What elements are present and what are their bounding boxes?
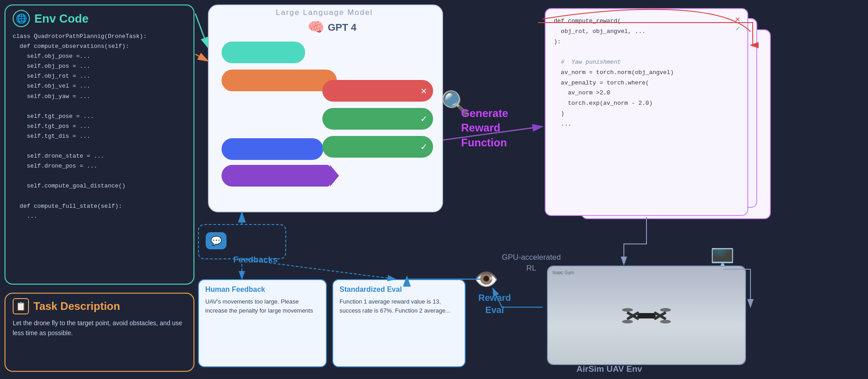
human-feedback-title: Human Feedback: [205, 285, 320, 294]
center-panel: ✕ ✓ ✓: [208, 5, 443, 212]
airsim-label: AirSim UAV Env: [576, 364, 642, 374]
red-cross-icon: ✕: [421, 85, 427, 97]
pill-spacer: [222, 138, 337, 160]
svg-rect-0: [637, 313, 656, 318]
std-eval-box: Standardized Eval Function 1 average rew…: [332, 279, 466, 367]
pill-green1: ✓: [322, 108, 433, 130]
pill-purple-container: [222, 165, 330, 187]
std-eval-text: Function 1 average reward value is 13, s…: [340, 297, 458, 315]
human-feedback-text: UAV's movements too large. Please increa…: [205, 297, 320, 315]
left-pills: [222, 42, 337, 160]
brain-icon: 🧠: [307, 19, 324, 36]
pill-teal: [222, 42, 305, 63]
code-card-front: ✕ ✓ def compute_reward( obj_rot, obj_ang…: [545, 8, 748, 216]
scene-overlay: Isaac Gym: [552, 270, 574, 275]
chat-bubble-icon: 💬: [206, 232, 226, 249]
drone-scene: Isaac Gym: [548, 267, 745, 364]
llm-label: Large Language Model: [276, 8, 373, 17]
svg-point-6: [660, 308, 671, 312]
green-check2-icon: ✓: [421, 141, 427, 153]
reward-eval-label: RewardEval: [478, 292, 511, 316]
code-right-content: def compute_reward( obj_rot, obj_angvel,…: [554, 16, 739, 129]
task-desc-header: 📋 Task Description: [13, 298, 186, 314]
std-eval-title: Standardized Eval: [340, 285, 458, 294]
pill-orange: [222, 70, 337, 91]
task-icon: 📋: [13, 298, 29, 314]
pill-red: ✕: [322, 80, 433, 102]
check-icon: ✓: [736, 23, 740, 35]
svg-point-7: [622, 320, 633, 323]
feedbacks-label: Feedbacks: [233, 255, 278, 265]
globe-icon: 🌐: [13, 10, 30, 27]
eye-icon: 👁️: [474, 267, 499, 292]
svg-point-8: [660, 320, 671, 323]
main-container: 🌐 Env Code class QuadrotorPathPlannig(Dr…: [0, 0, 868, 379]
human-feedback-box: Human Feedback UAV's movements too large…: [198, 279, 327, 367]
code-content: class QuadrotorPathPlannig(DroneTask): d…: [13, 32, 186, 221]
env-code-title: Env Code: [34, 12, 89, 26]
green-check1-icon: ✓: [421, 113, 427, 125]
task-desc-title: Task Description: [33, 300, 120, 313]
drone-svg: [619, 302, 674, 329]
right-pills: ✕ ✓ ✓: [322, 80, 433, 158]
pill-green2: ✓: [322, 136, 433, 158]
task-desc-text: Let the drone fly to the target point, a…: [13, 318, 186, 338]
env-code-box: 🌐 Env Code class QuadrotorPathPlannig(Dr…: [5, 5, 194, 285]
airsim-box: Isaac Gym: [547, 266, 746, 365]
svg-point-5: [622, 308, 633, 312]
gpt-text: GPT 4: [328, 22, 357, 33]
generate-reward-label: GenerateRewardFunction: [461, 106, 508, 150]
gpt-label: 🧠 GPT 4: [307, 19, 357, 36]
task-description-box: 📋 Task Description Let the drone fly to …: [5, 293, 194, 372]
pill-blue: [222, 138, 323, 160]
env-code-header: 🌐 Env Code: [13, 10, 186, 27]
pill-purple-arrow: [222, 165, 330, 187]
